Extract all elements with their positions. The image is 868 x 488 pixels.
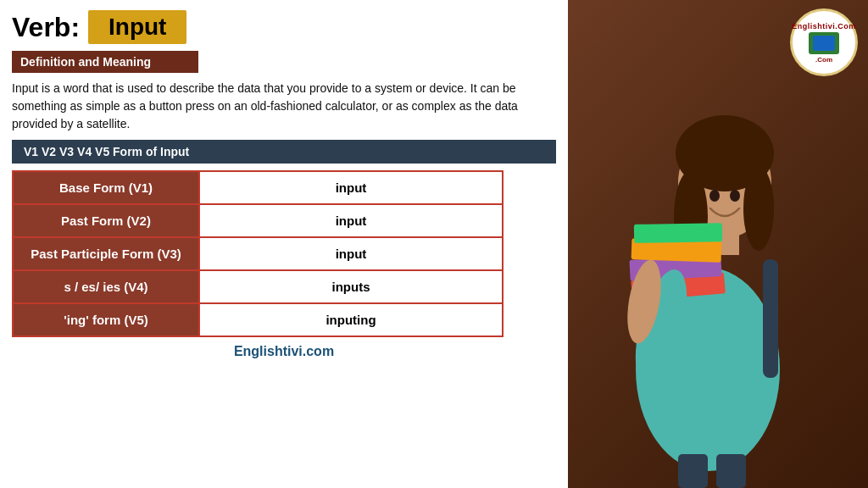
table-row: Past Participle Form (V3)input [13,237,503,270]
cell-label: Past Participle Form (V3) [13,237,199,270]
verb-table: Base Form (V1)inputPast Form (V2)inputPa… [12,170,504,337]
cell-label: 'ing' form (V5) [13,303,199,336]
cell-value: input [199,204,503,237]
svg-point-4 [743,166,774,251]
cell-label: s / es/ ies (V4) [13,270,199,303]
svg-rect-16 [716,454,746,488]
table-row: Base Form (V1)input [13,171,503,204]
svg-rect-15 [678,454,708,488]
definition-text: Input is a word that is used to describe… [12,80,556,133]
cell-value: input [199,237,503,270]
table-row: s / es/ ies (V4)inputs [13,270,503,303]
svg-rect-9 [634,223,722,243]
svg-point-13 [709,190,720,202]
cell-label: Base Form (V1) [13,171,199,204]
definition-heading: Definition and Meaning [12,51,198,73]
verb-label: Verb: [12,12,80,43]
cell-value: inputs [199,270,503,303]
logo-text-top: Englishtivi.Com [792,22,856,30]
svg-point-14 [730,190,740,202]
logo-text-bottom: .Com [815,56,832,64]
student-illustration [568,14,868,488]
footer-link[interactable]: Englishtivi.com [12,344,556,359]
svg-rect-12 [763,259,778,378]
forms-heading: V1 V2 V3 V4 V5 Form of Input [12,140,556,164]
logo-tv [809,32,839,54]
table-row: Past Form (V2)input [13,204,503,237]
word-highlight: Input [88,10,186,44]
title-row: Verb: Input [12,10,556,44]
table-row: 'ing' form (V5)inputing [13,303,503,336]
logo-screen [813,36,835,51]
cell-label: Past Form (V2) [13,204,199,237]
logo-circle: Englishtivi.Com .Com [790,8,858,76]
cell-value: input [199,171,503,204]
right-panel: Englishtivi.Com .Com [568,0,868,488]
cell-value: inputing [199,303,503,336]
left-panel: Verb: Input Definition and Meaning Input… [0,0,568,488]
